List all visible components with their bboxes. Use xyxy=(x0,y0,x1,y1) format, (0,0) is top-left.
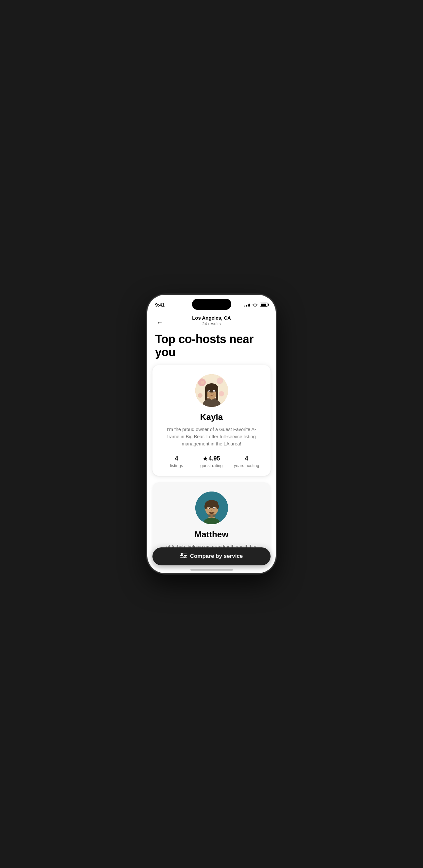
kayla-avatar-wrap xyxy=(159,374,264,407)
svg-point-17 xyxy=(213,391,215,392)
kayla-rating-value: ★ 4.95 xyxy=(194,455,229,462)
kayla-rating-label: guest rating xyxy=(194,463,229,468)
matthew-name: Matthew xyxy=(159,529,264,539)
svg-point-33 xyxy=(185,557,186,558)
svg-point-28 xyxy=(209,507,210,509)
kayla-listings-label: listings xyxy=(159,463,194,468)
svg-rect-12 xyxy=(205,388,207,400)
kayla-years-value: 4 xyxy=(229,455,264,462)
compare-button-container: Compare by service xyxy=(147,548,276,565)
svg-point-30 xyxy=(211,510,212,512)
kayla-name: Kayla xyxy=(159,412,264,422)
compare-button-label: Compare by service xyxy=(190,553,243,560)
nav-title-block: Los Angeles, CA 24 results xyxy=(154,315,269,326)
dynamic-island xyxy=(192,299,231,310)
screen-content[interactable]: ← Los Angeles, CA 24 results Top co-host… xyxy=(147,312,276,573)
compare-by-service-button[interactable]: Compare by service xyxy=(152,548,271,565)
back-button[interactable]: ← xyxy=(154,316,166,328)
nav-header: ← Los Angeles, CA 24 results xyxy=(147,312,276,330)
battery-icon xyxy=(260,303,268,307)
phone-screen: 9:41 xyxy=(147,295,276,573)
kayla-listings-stat: 4 listings xyxy=(159,455,194,468)
svg-point-31 xyxy=(181,553,182,555)
svg-point-5 xyxy=(201,381,204,384)
signal-icon xyxy=(244,303,250,307)
fade-overlay xyxy=(147,572,276,573)
nav-location: Los Angeles, CA xyxy=(154,315,269,320)
kayla-avatar xyxy=(195,374,228,407)
kayla-years-label: years hosting xyxy=(229,463,264,468)
kayla-rating-stat: ★ 4.95 guest rating xyxy=(194,455,229,468)
status-icons xyxy=(244,303,268,307)
matthew-avatar-wrap xyxy=(159,492,264,524)
svg-point-32 xyxy=(183,555,184,556)
page-heading: Top co-hosts near you xyxy=(147,330,276,365)
matthew-section: Matthew of Airbnb, helping my grandmothe… xyxy=(147,483,276,573)
svg-point-29 xyxy=(213,507,215,509)
kayla-years-stat: 4 years hosting xyxy=(229,455,264,468)
status-time: 9:41 xyxy=(155,302,165,308)
compare-icon xyxy=(180,553,187,560)
nav-results: 24 results xyxy=(154,321,269,326)
svg-rect-13 xyxy=(216,388,218,400)
home-indicator xyxy=(190,569,233,570)
host-card-kayla[interactable]: Kayla I'm the proud owner of a Guest Fav… xyxy=(152,365,271,476)
svg-point-3 xyxy=(219,391,224,396)
kayla-listings-value: 4 xyxy=(159,455,194,462)
svg-point-18 xyxy=(211,393,212,394)
phone-shell: 9:41 xyxy=(147,295,276,573)
wifi-icon xyxy=(252,303,258,307)
matthew-avatar xyxy=(195,492,228,524)
kayla-bio: I'm the proud owner of a Guest Favorite … xyxy=(159,426,264,447)
svg-point-16 xyxy=(209,391,210,392)
back-arrow-icon: ← xyxy=(157,319,163,326)
star-icon: ★ xyxy=(203,456,207,462)
kayla-stats: 4 listings ★ 4.95 guest rating 4 xyxy=(159,454,264,468)
svg-point-4 xyxy=(198,393,202,398)
svg-point-6 xyxy=(220,380,222,383)
page-title: Top co-hosts near you xyxy=(155,333,268,359)
